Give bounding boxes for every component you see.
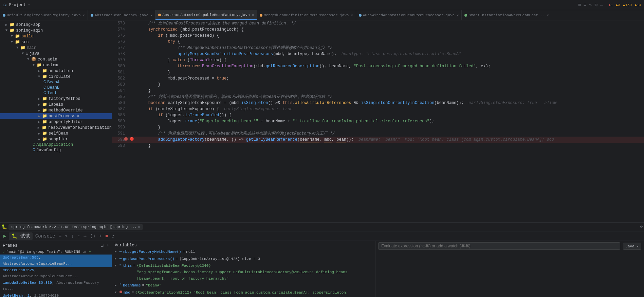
- sidebar-item-post-processor[interactable]: ▶ 📁 postProcessor: [0, 113, 112, 119]
- expand-arrow[interactable]: ▼: [33, 63, 37, 67]
- sidebar-item-self-bean[interactable]: ▶ 📁 selfBean: [0, 130, 112, 136]
- sidebar-item-supplier[interactable]: ▶ 📁 supplier: [0, 136, 112, 142]
- expand-arrow[interactable]: ▼: [22, 52, 26, 55]
- watch-lang-selector[interactable]: Java ▾: [623, 243, 641, 250]
- resume-btn[interactable]: ▶: [3, 232, 7, 240]
- expand-arrow[interactable]: ▶: [38, 132, 42, 136]
- expand-arrow[interactable]: ▼: [27, 57, 31, 61]
- tab-close[interactable]: ✕: [547, 13, 549, 17]
- debug-icon[interactable]: 🐛: [1, 224, 7, 230]
- tab-abstract-autowire[interactable]: AbstractAutowireCapableBeanFactory.java …: [155, 10, 257, 20]
- frame-item-3[interactable]: doGetBean:-1, 1,169794610 (org.springfra…: [0, 293, 112, 297]
- settings-icon[interactable]: ⚙: [594, 2, 597, 8]
- breakpoint-indicator[interactable]: [124, 137, 128, 141]
- sidebar-item-src[interactable]: ▼ 📁 src: [0, 39, 112, 45]
- add-thread-btn[interactable]: +: [89, 250, 91, 254]
- tab-close[interactable]: ✕: [457, 13, 459, 17]
- tab-merged-bean[interactable]: MergedBeanDefinitionPostProcessor.java ✕: [257, 10, 356, 20]
- expand-icon[interactable]: ▶: [115, 257, 118, 262]
- var-item-this[interactable]: ▼ ≡ this = {DefaultListableBeanFactory@1…: [112, 262, 375, 282]
- watch-input[interactable]: [378, 242, 620, 250]
- expand-arrow[interactable]: ▶: [38, 120, 42, 124]
- tab-close[interactable]: ✕: [83, 13, 85, 17]
- warning-badge-3[interactable]: ▲14: [634, 3, 641, 7]
- var-item-mbd-factory[interactable]: ▶ ∞ mbd.getFactoryMethodName() = null: [112, 248, 375, 256]
- expand-arrow[interactable]: ▼: [11, 34, 15, 38]
- dropdown-icon[interactable]: ▾: [28, 3, 30, 7]
- expand-arrow[interactable]: ▶: [38, 69, 42, 73]
- add-watch-btn[interactable]: +: [98, 233, 103, 240]
- gear-icon[interactable]: ⚙: [640, 224, 643, 229]
- var-item-get-bean-post[interactable]: ▶ ∞ getBeanPostProcessors() = (CopyOnWri…: [112, 256, 375, 263]
- tab-autowired-annotation[interactable]: AutowiredAnnotationBeanPostProcessor.jav…: [356, 10, 462, 20]
- warning-badge-1[interactable]: ▲3: [616, 3, 620, 7]
- restart-btn[interactable]: ↺: [111, 232, 115, 240]
- step-over-btn[interactable]: ↷: [64, 232, 68, 240]
- minimize-icon[interactable]: —: [600, 2, 603, 8]
- project-label[interactable]: Project: [9, 3, 26, 7]
- structure-icon[interactable]: ⊞: [578, 2, 581, 8]
- sidebar-item-custom[interactable]: ▼ 📁 custom: [0, 62, 112, 68]
- frame-item-0[interactable]: doCreateBean:595, AbstractAutowireCapabl…: [0, 255, 112, 267]
- sidebar-item-labels[interactable]: ▶ 📁 labels: [0, 102, 112, 107]
- sidebar-item-spring-aqin[interactable]: ▼ 📁 spring-aqin: [0, 28, 112, 33]
- console-tab[interactable]: Console: [35, 233, 56, 240]
- filter-icon[interactable]: ⊿: [83, 249, 86, 254]
- frames-settings-btn[interactable]: +: [107, 243, 109, 248]
- session-tab[interactable]: spring-framework-5.2.21.RELEASE:spring-a…: [8, 224, 143, 230]
- tab-smart-instantiation[interactable]: SmartInstantiationAwareBeanPost... ✕: [462, 10, 552, 20]
- frame-item-1[interactable]: createBean:525, AbstractAutowireCapableB…: [0, 267, 112, 280]
- evaluate-btn[interactable]: ⟨⟩: [89, 232, 96, 240]
- expand-arrow[interactable]: ▶: [38, 103, 42, 107]
- step-out-btn[interactable]: ↑: [77, 233, 81, 240]
- sidebar-item-test[interactable]: C Test: [0, 90, 112, 96]
- close-session-icon[interactable]: ✕: [138, 225, 140, 229]
- expand-arrow[interactable]: ▼: [16, 46, 20, 50]
- sidebar-item-method-override[interactable]: ▶ 📁 methodOverride: [0, 107, 112, 113]
- sidebar-item-bean-a[interactable]: C BeanA: [0, 80, 112, 85]
- show-frames-btn[interactable]: ≡: [58, 233, 62, 240]
- tab-close[interactable]: ✕: [351, 13, 353, 17]
- stop-btn[interactable]: ■: [105, 233, 109, 240]
- sidebar-item-factory-method[interactable]: ▶ 📁 factoryMethod: [0, 96, 112, 102]
- sidebar-item-java-config[interactable]: C JavaConfig: [0, 147, 112, 153]
- expand-arrow[interactable]: ▼: [11, 40, 15, 44]
- expand-icon[interactable]: ▼: [115, 263, 118, 268]
- sort-icon[interactable]: ⇅: [589, 2, 592, 8]
- expand-arrow[interactable]: ▶: [38, 126, 42, 130]
- expand-arrow[interactable]: ▶: [38, 108, 42, 112]
- sidebar-item-com-aqin[interactable]: ▼ 📦 com.aqin: [0, 56, 112, 62]
- tab-close[interactable]: ✕: [150, 13, 152, 17]
- var-item-bean-name[interactable]: ▶ " beanName = "beanA": [112, 282, 375, 289]
- tab-close[interactable]: ✕: [252, 13, 254, 17]
- expand-arrow[interactable]: ▶: [38, 114, 42, 118]
- expand-arrow[interactable]: ▼: [38, 75, 42, 78]
- filter-frames-btn[interactable]: ⊿: [100, 243, 104, 248]
- sidebar-item-resolve-before[interactable]: ▶ 📁 resolveBeforeInstantiation: [0, 125, 112, 130]
- expand-arrow[interactable]: ▶: [5, 23, 10, 27]
- expand-icon[interactable]: ▶: [115, 249, 118, 255]
- step-into-btn[interactable]: ↓: [71, 233, 75, 240]
- frame-item-2[interactable]: lambda$doGetBean$0:339, AbstractBeanFact…: [0, 280, 112, 292]
- code-editor[interactable]: 573 /** 允许BeanPostProcessor去修改 the merge…: [112, 20, 644, 222]
- expand-arrow[interactable]: ▶: [38, 137, 42, 141]
- list-icon[interactable]: ≡: [584, 2, 586, 8]
- sidebar-item-annotation[interactable]: ▶ 📁 annotation: [0, 68, 112, 74]
- expand-arrow[interactable]: ▼: [5, 29, 10, 32]
- sidebar-item-build[interactable]: ▼ 📁 build: [0, 33, 112, 39]
- var-item-mbd[interactable]: ▼ mbd = {RootBeanDefinition@1512} "Root …: [112, 289, 375, 297]
- sidebar-item-aqin-application[interactable]: C AqinApplication: [0, 142, 112, 147]
- sidebar-item-main[interactable]: ▼ 📁 main: [0, 45, 112, 51]
- error-badge[interactable]: ▲1: [608, 3, 613, 7]
- sidebar-item-spring-aop[interactable]: ▶ 📁 spring-aop: [0, 22, 112, 28]
- debug-tab-label[interactable]: 🐛 试试: [9, 232, 32, 240]
- sidebar-item-circulate[interactable]: ▼ 📁 circulate: [0, 74, 112, 80]
- sidebar-item-java[interactable]: ▼ ☕ java: [0, 51, 112, 56]
- thread-item[interactable]: ✓ "main"@1 in group "main": RUNNING ⊿ +: [0, 249, 112, 255]
- sidebar-item-bean-b[interactable]: C BeanB: [0, 85, 112, 90]
- expand-arrow[interactable]: ▶: [38, 97, 42, 101]
- expand-icon[interactable]: ▼: [115, 290, 118, 295]
- tab-default-singleton[interactable]: DefaultSingletonBeanRegistry.java ✕: [0, 10, 88, 20]
- expand-icon[interactable]: ▶: [115, 283, 118, 288]
- warning-badge-2[interactable]: ▲150: [623, 3, 632, 7]
